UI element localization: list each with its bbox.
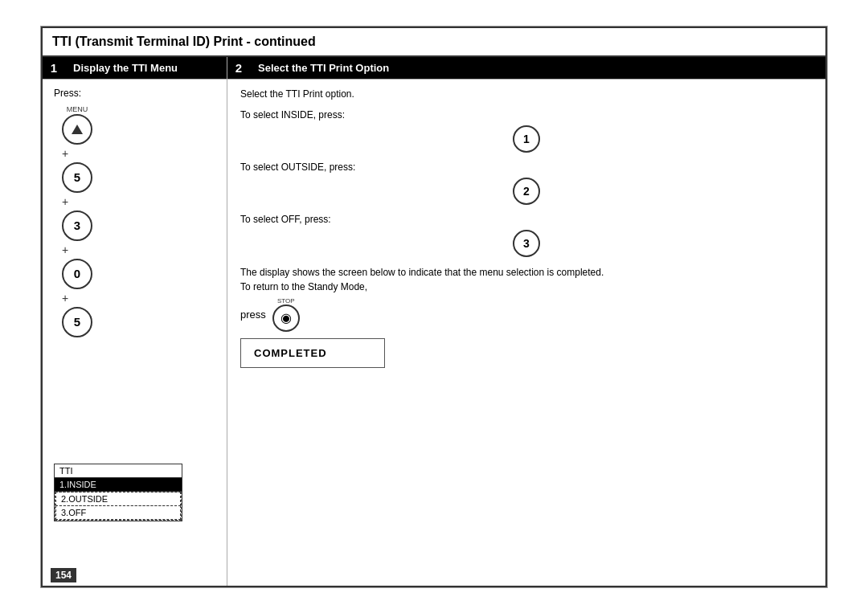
menu-item-off: 3.OFF	[55, 505, 181, 520]
btn5b-row: 5	[62, 307, 92, 337]
menu-label: MENU	[67, 105, 88, 113]
left-column: 1 Display the TTI Menu Press: MENU + 5	[43, 57, 227, 586]
right-column: 2 Select the TTI Print Option Select the…	[227, 57, 825, 586]
outside-btn[interactable]: 2	[513, 178, 540, 205]
off-btn[interactable]: 3	[513, 230, 540, 257]
step2-header: 2 Select the TTI Print Option	[227, 57, 825, 80]
off-label: To select OFF, press:	[240, 213, 813, 227]
triangle-icon	[72, 125, 83, 134]
step1-label: Display the TTI Menu	[65, 57, 227, 79]
display-text: The display shows the screen below to in…	[240, 265, 813, 294]
plus1: +	[62, 147, 68, 160]
right-body: Select the TTI Print option. To select I…	[227, 80, 825, 586]
page-number: 154	[51, 568, 76, 582]
menu-button[interactable]	[62, 114, 92, 145]
completed-box: COMPLETED	[240, 338, 385, 368]
plus2: +	[62, 195, 68, 208]
btn-3[interactable]: 3	[62, 210, 92, 241]
menu-btn-row: MENU	[62, 105, 92, 145]
step1-number: 1	[43, 57, 65, 79]
stop-label: STOP	[277, 297, 295, 304]
press-word: press	[240, 309, 266, 321]
stop-button[interactable]: STOP ◉	[272, 297, 300, 332]
btn3-row: 3	[62, 210, 92, 241]
left-body: Press: MENU + 5 + 3	[43, 80, 227, 586]
btn-5a[interactable]: 5	[62, 162, 92, 193]
menu-header: TTI	[55, 464, 182, 478]
step2-number: 2	[227, 57, 250, 79]
stop-circle: ◉	[272, 304, 300, 332]
button-sequence: MENU + 5 + 3 + 0	[62, 104, 215, 339]
btn0-row: 0	[62, 259, 92, 289]
btn-5b[interactable]: 5	[62, 307, 92, 337]
plus4: +	[62, 292, 68, 304]
outside-label: To select OUTSIDE, press:	[240, 161, 813, 174]
plus3: +	[62, 243, 68, 256]
title-bar: TTI (Transmit Terminal ID) Print - conti…	[41, 27, 827, 57]
menu-dashed-group: 2.OUTSIDE 3.OFF	[55, 492, 182, 521]
step2-label: Select the TTI Print Option	[250, 57, 825, 79]
btn5a-row: 5	[62, 162, 92, 193]
completed-text: COMPLETED	[254, 347, 327, 359]
menu-display: TTI 1.INSIDE 2.OUTSIDE 3.OFF	[54, 464, 182, 521]
menu-item-inside: 1.INSIDE	[55, 478, 182, 492]
step1-header: 1 Display the TTI Menu	[43, 57, 227, 80]
press-label: Press:	[54, 88, 215, 99]
menu-item-outside: 2.OUTSIDE	[55, 492, 181, 506]
intro-text: Select the TTI Print option.	[240, 88, 813, 101]
press-stop-row: press STOP ◉	[240, 297, 813, 332]
inside-label: To select INSIDE, press:	[240, 108, 813, 122]
inside-btn[interactable]: 1	[513, 125, 540, 153]
btn-0[interactable]: 0	[62, 259, 92, 289]
page-title: TTI (Transmit Terminal ID) Print - conti…	[52, 35, 316, 48]
page: TTI (Transmit Terminal ID) Print - conti…	[40, 26, 828, 588]
content-area: 1 Display the TTI Menu Press: MENU + 5	[41, 57, 827, 587]
